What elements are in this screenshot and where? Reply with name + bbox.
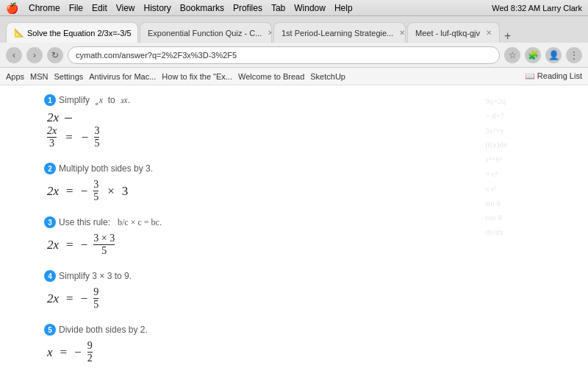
menu-edit[interactable]: Edit <box>92 3 107 13</box>
menu-button[interactable]: ⋮ <box>566 47 582 63</box>
apple-menu[interactable]: 🍎 <box>6 2 18 14</box>
tab-close-period[interactable]: ✕ <box>399 29 405 37</box>
tab-meet[interactable]: Meet - luf-qtkq-gjv ✕ <box>407 22 500 43</box>
bookmark-bread[interactable]: Welcome to Bread <box>238 72 304 81</box>
step-1-number: 1 <box>44 94 56 106</box>
step-2-desc: Multiply both sides by 3. <box>59 163 153 174</box>
menu-help[interactable]: Help <box>334 3 353 13</box>
tab-exponential[interactable]: Exponential Function Quiz - C... ✕ <box>140 22 272 43</box>
step-1-label: 1 Simplify ˳x to ₃x. <box>44 94 470 106</box>
menu-tab[interactable]: Tab <box>271 3 285 13</box>
tab-close-meet[interactable]: ✕ <box>486 29 492 37</box>
tab-bar: 📐 Solve the Equation 2/3x=-3/5 ✕ Exponen… <box>0 16 588 43</box>
new-tab-button[interactable]: + <box>504 29 511 43</box>
back-button[interactable]: ‹ <box>6 47 22 63</box>
step-2-math: 2x = − 3 5 × 3 <box>47 179 470 203</box>
step-4-label: 4 Simplify 3 × 3 to 9. <box>44 270 470 282</box>
tab-cymath[interactable]: 📐 Solve the Equation 2/3x=-3/5 ✕ <box>6 22 138 43</box>
menu-bookmarks[interactable]: Bookmarks <box>180 3 224 13</box>
bookmark-settings[interactable]: Settings <box>54 72 84 81</box>
bookmark-antivirus[interactable]: Antivirus for Mac... <box>89 72 156 81</box>
step-5-desc: Divide both sides by 2. <box>59 325 148 335</box>
step-5: 5 Divide both sides by 2. x = − 9 2 <box>44 324 470 364</box>
menubar-right: Wed 8:32 AM Larry Clark <box>492 4 582 13</box>
tab-favicon: 📐 <box>14 28 24 38</box>
step-1-math: 2x <box>47 110 470 125</box>
bookmark-sketchup[interactable]: SketchUp <box>310 72 345 81</box>
step-2-label: 2 Multiply both sides by 3. <box>44 163 470 174</box>
step-4-math: 2x = − 9 5 <box>47 286 470 311</box>
step-3-label: 3 Use this rule: b/c × c = bc. <box>44 216 470 228</box>
tab-label-period: 1st Period-Learning Strategie... <box>282 29 393 38</box>
bookmark-apps[interactable]: Apps <box>6 72 24 81</box>
step-1: 1 Simplify ˳x to ₃x. 2x 2x 3 = − <box>44 94 470 149</box>
tab-period[interactable]: 1st Period-Learning Strategie... ✕ <box>273 22 406 43</box>
step-3-desc: Use this rule: b/c × c = bc. <box>59 217 162 228</box>
browser-toolbar: ‹ › ↻ cymath.com/answer?q=2%2F3x%3D-3%2F… <box>0 43 588 68</box>
menu-profiles[interactable]: Profiles <box>233 3 262 13</box>
reading-list-button[interactable]: 📖 Reading List <box>525 71 582 81</box>
step-1-equation: 2x 3 = − 3 5 <box>47 125 470 149</box>
step-3-math: 2x = − 3 × 3 5 <box>47 233 470 257</box>
step-3: 3 Use this rule: b/c × c = bc. 2x = − 3 … <box>44 216 470 257</box>
tab-close-cymath[interactable]: ✕ <box>137 29 138 37</box>
bookmarks-bar: Apps MSN Settings Antivirus for Mac... H… <box>0 68 588 85</box>
tab-close-exp[interactable]: ✕ <box>268 29 272 37</box>
step-4: 4 Simplify 3 × 3 to 9. 2x = − 9 5 <box>44 270 470 311</box>
tab-label-exp: Exponential Function Quiz - C... <box>148 29 262 38</box>
menu-history[interactable]: History <box>144 3 171 13</box>
menu-view[interactable]: View <box>116 3 135 13</box>
menu-window[interactable]: Window <box>294 3 326 13</box>
main-column: 1 Simplify ˳x to ₃x. 2x 2x 3 = − <box>44 94 470 359</box>
page-content: 1 Simplify ˳x to ₃x. 2x 2x 3 = − <box>0 85 588 368</box>
step-2: 2 Multiply both sides by 3. 2x = − 3 5 ×… <box>44 163 470 203</box>
menu-chrome[interactable]: Chrome <box>29 3 60 13</box>
bookmark-fix[interactable]: How to fix the "Ex... <box>162 72 232 81</box>
step-5-number: 5 <box>44 324 56 336</box>
forward-button[interactable]: › <box>26 47 43 63</box>
menubar: 🍎 Chrome File Edit View History Bookmark… <box>0 0 588 16</box>
url-text: cymath.com/answer?q=2%2F3x%3D-3%2F5 <box>76 51 237 60</box>
reload-button[interactable]: ↻ <box>47 47 63 63</box>
tab-label-meet: Meet - luf-qtkq-gjv <box>415 29 480 38</box>
bookmark-msn[interactable]: MSN <box>30 72 48 81</box>
step-2-number: 2 <box>44 163 56 174</box>
tab-label: Solve the Equation 2/3x=-3/5 <box>27 29 132 38</box>
step-1-desc: Simplify ˳x to ₃x. <box>59 95 130 106</box>
sidebar-decoration: 9q+2q = d+7 3x²+y ∫f(x)dx a²+b² = c² π r… <box>485 94 544 359</box>
step-4-number: 4 <box>44 270 56 282</box>
extensions-button[interactable]: 🧩 <box>525 47 541 63</box>
menu-file[interactable]: File <box>69 3 83 13</box>
step-5-math: x = − 9 2 <box>47 340 470 364</box>
profile-button[interactable]: 👤 <box>545 47 562 63</box>
step-4-desc: Simplify 3 × 3 to 9. <box>59 271 132 281</box>
step-3-number: 3 <box>44 216 56 228</box>
bookmark-button[interactable]: ☆ <box>504 47 520 63</box>
step-5-label: 5 Divide both sides by 2. <box>44 324 470 336</box>
url-bar[interactable]: cymath.com/answer?q=2%2F3x%3D-3%2F5 <box>68 46 500 64</box>
